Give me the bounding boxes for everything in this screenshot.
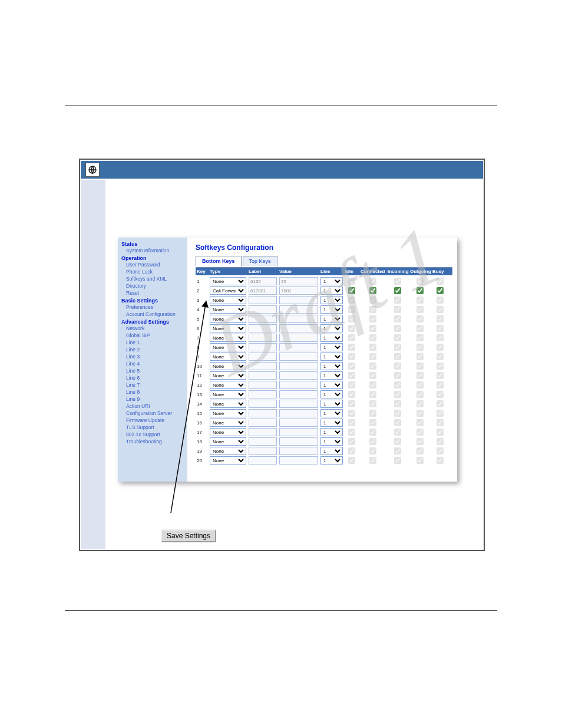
- label-input[interactable]: [249, 390, 277, 398]
- value-input[interactable]: [279, 371, 318, 380]
- value-input[interactable]: [279, 400, 318, 408]
- label-input[interactable]: [249, 400, 277, 408]
- nav-item[interactable]: Line 3: [120, 353, 187, 360]
- label-input[interactable]: [249, 305, 277, 314]
- type-select[interactable]: None: [210, 277, 246, 285]
- line-select[interactable]: 1: [320, 343, 343, 351]
- nav-item[interactable]: 802.1x Support: [120, 431, 187, 438]
- value-input[interactable]: [279, 324, 318, 332]
- nav-item[interactable]: User Password: [120, 261, 187, 268]
- value-input[interactable]: [279, 409, 318, 417]
- nav-item[interactable]: Line 9: [120, 396, 187, 403]
- type-select[interactable]: None: [210, 324, 246, 332]
- label-input[interactable]: [249, 447, 277, 455]
- line-select[interactable]: 1: [320, 409, 343, 417]
- line-select[interactable]: 1: [320, 286, 343, 295]
- type-select[interactable]: None: [210, 296, 246, 304]
- nav-item[interactable]: Firmware Update: [120, 417, 187, 424]
- value-input[interactable]: [279, 447, 318, 455]
- tab[interactable]: Bottom Keys: [196, 256, 242, 266]
- value-input[interactable]: [279, 381, 318, 389]
- line-select[interactable]: 1: [320, 296, 343, 304]
- type-select[interactable]: None: [210, 305, 246, 314]
- nav-item[interactable]: Line 1: [120, 339, 187, 346]
- line-select[interactable]: 1: [320, 371, 343, 380]
- value-input[interactable]: [279, 296, 318, 304]
- type-select[interactable]: None: [210, 334, 246, 342]
- nav-item[interactable]: Global SIP: [120, 332, 187, 339]
- nav-item[interactable]: Network: [120, 325, 187, 332]
- nav-item[interactable]: TLS Support: [120, 424, 187, 431]
- idle-checkbox[interactable]: [348, 287, 355, 294]
- nav-item[interactable]: Configuration Server: [120, 410, 187, 417]
- type-select[interactable]: None: [210, 315, 246, 323]
- line-select[interactable]: 1: [320, 324, 343, 332]
- nav-item[interactable]: Troubleshooting: [120, 438, 187, 445]
- value-input[interactable]: [279, 419, 318, 427]
- type-select[interactable]: None: [210, 353, 246, 361]
- value-input[interactable]: [279, 362, 318, 370]
- line-select[interactable]: 1: [320, 437, 343, 446]
- nav-item[interactable]: Action URI: [120, 403, 187, 410]
- value-input[interactable]: [279, 390, 318, 398]
- type-select[interactable]: None: [210, 437, 246, 446]
- label-input[interactable]: [249, 324, 277, 332]
- connected-checkbox[interactable]: [369, 287, 376, 294]
- nav-item[interactable]: Line 8: [120, 388, 187, 396]
- type-select[interactable]: None: [210, 456, 246, 465]
- nav-item[interactable]: Account Configuration: [120, 311, 187, 318]
- type-select[interactable]: None: [210, 343, 246, 351]
- line-select[interactable]: 1: [320, 456, 343, 465]
- label-input[interactable]: [249, 343, 277, 351]
- type-select[interactable]: None: [210, 371, 246, 380]
- value-input[interactable]: [279, 315, 318, 323]
- nav-item[interactable]: Preferences: [120, 304, 187, 311]
- label-input[interactable]: [249, 315, 277, 323]
- label-input[interactable]: [249, 362, 277, 370]
- nav-item[interactable]: Line 2: [120, 346, 187, 353]
- nav-item[interactable]: Line 6: [120, 374, 187, 381]
- type-select[interactable]: None: [210, 400, 246, 408]
- value-input[interactable]: [279, 437, 318, 446]
- label-input[interactable]: [249, 334, 277, 342]
- label-input[interactable]: [249, 277, 277, 285]
- label-input[interactable]: [249, 419, 277, 427]
- label-input[interactable]: [249, 428, 277, 436]
- label-input[interactable]: [249, 296, 277, 304]
- line-select[interactable]: 1: [320, 390, 343, 398]
- value-input[interactable]: [279, 343, 318, 351]
- label-input[interactable]: [249, 371, 277, 380]
- value-input[interactable]: [279, 456, 318, 465]
- value-input[interactable]: [279, 353, 318, 361]
- nav-item[interactable]: System Information: [120, 247, 187, 254]
- label-input[interactable]: [249, 409, 277, 417]
- nav-item[interactable]: Line 7: [120, 381, 187, 388]
- label-input[interactable]: [249, 456, 277, 465]
- type-select[interactable]: Call Forward: [210, 286, 246, 295]
- type-select[interactable]: None: [210, 390, 246, 398]
- label-input[interactable]: [249, 437, 277, 446]
- nav-item[interactable]: Line 4: [120, 360, 187, 367]
- line-select[interactable]: 1: [320, 353, 343, 361]
- busy-checkbox[interactable]: [437, 287, 444, 294]
- type-select[interactable]: None: [210, 362, 246, 370]
- value-input[interactable]: [279, 334, 318, 342]
- tab[interactable]: Top Keys: [243, 256, 277, 266]
- nav-item[interactable]: Phone Lock: [120, 268, 187, 275]
- value-input[interactable]: [279, 286, 318, 295]
- line-select[interactable]: 1: [320, 381, 343, 389]
- line-select[interactable]: 1: [320, 447, 343, 455]
- line-select[interactable]: 1: [320, 277, 343, 285]
- type-select[interactable]: None: [210, 447, 246, 455]
- incoming-checkbox[interactable]: [394, 287, 401, 294]
- nav-item[interactable]: Line 5: [120, 367, 187, 374]
- type-select[interactable]: None: [210, 409, 246, 417]
- nav-item[interactable]: Softkeys and XML: [120, 275, 187, 282]
- line-select[interactable]: 1: [320, 419, 343, 427]
- type-select[interactable]: None: [210, 428, 246, 436]
- value-input[interactable]: [279, 277, 318, 285]
- save-settings-button[interactable]: Save Settings: [161, 529, 216, 542]
- line-select[interactable]: 1: [320, 400, 343, 408]
- line-select[interactable]: 1: [320, 315, 343, 323]
- label-input[interactable]: [249, 381, 277, 389]
